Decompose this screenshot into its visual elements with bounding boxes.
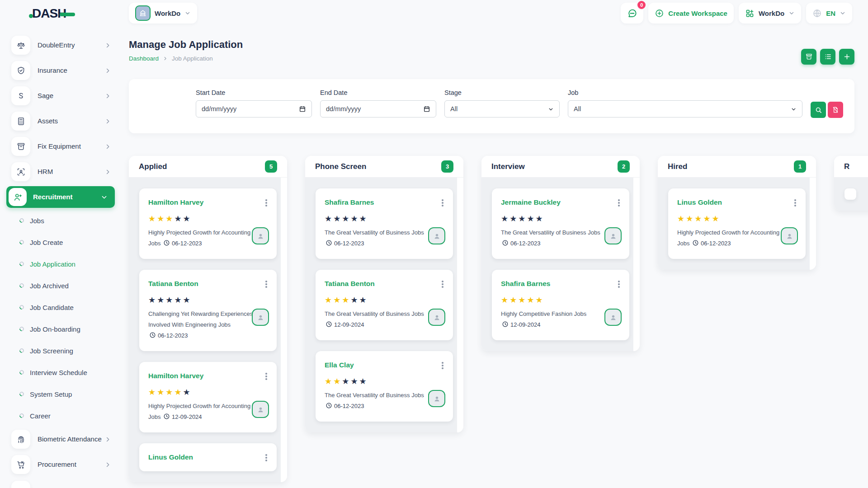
applicant-name-link[interactable]: Linus Golden: [677, 198, 722, 206]
sidebar-item-biometric-attendance[interactable]: Biometric Attendance: [0, 427, 122, 452]
applicant-card[interactable]: Tatiana Benton★★★★★The Great Versatility…: [316, 270, 453, 340]
add-button[interactable]: [839, 49, 854, 65]
applicant-card[interactable]: Jermaine Buckley★★★★★The Great Versatili…: [492, 188, 629, 259]
column-count-badge: 3: [441, 160, 453, 173]
sidebar-subitem-label: Job Application: [30, 260, 75, 268]
sidebar-subitem-system-setup[interactable]: System Setup: [0, 383, 122, 405]
create-workspace-button[interactable]: Create Workspace: [648, 3, 734, 23]
applied-date: 06-12-2023: [162, 240, 202, 247]
applicant-card[interactable]: Shafira Barnes★★★★★The Great Versatility…: [316, 188, 453, 259]
applicant-name-link[interactable]: Linus Golden: [148, 453, 193, 461]
applicant-card[interactable]: Hamilton Harvey★★★★★Highly Projected Gro…: [139, 188, 277, 259]
calendar-icon: [299, 105, 306, 113]
sidebar-item-procurement[interactable]: Procurement: [0, 452, 122, 477]
sidebar-subitem-jobs[interactable]: Jobs: [0, 210, 122, 231]
rating-stars: ★★★★★: [148, 295, 268, 305]
sidebar-item-recruitment-active[interactable]: Recruitment: [6, 186, 115, 208]
sidebar-item-hrm[interactable]: HRM: [0, 159, 122, 184]
sidebar-item-label: Biometric Attendance: [38, 435, 104, 444]
shopping-cart-icon: [16, 460, 26, 469]
kebab-menu-button[interactable]: [615, 279, 623, 290]
file-slash-icon: [832, 106, 839, 113]
sidebar-subitem-label: Job Archived: [30, 282, 69, 290]
job-select[interactable]: All: [568, 100, 802, 117]
kebab-menu-button[interactable]: [439, 197, 447, 208]
applicant-name-link[interactable]: Hamilton Harvey: [148, 372, 203, 380]
kebab-menu-button[interactable]: [262, 279, 270, 290]
sidebar-subitem-job-archived[interactable]: Job Archived: [0, 275, 122, 296]
sidebar-item-insurance[interactable]: Insurance: [0, 58, 122, 83]
column-header: R: [834, 156, 868, 178]
applicant-name-link[interactable]: Ella Clay: [325, 361, 354, 369]
applicant-name-link[interactable]: Tatiana Benton: [325, 280, 375, 288]
sidebar-item-label: Insurance: [38, 66, 104, 75]
column-card-list: Jermaine Buckley★★★★★The Great Versatili…: [481, 178, 640, 351]
applicant-card[interactable]: Hamilton Harvey★★★★★Highly Projected Gro…: [139, 362, 277, 432]
kebab-menu-button[interactable]: [262, 371, 270, 382]
sidebar-subitem-job-on-boarding[interactable]: Job On-boarding: [0, 318, 122, 340]
applied-date: 12-09-2024: [162, 413, 202, 420]
sidebar-item-fix-equipment[interactable]: Fix Equipment: [0, 134, 122, 159]
job-label: Job: [568, 89, 802, 96]
bullet-icon: [19, 413, 25, 419]
kebab-menu-button[interactable]: [439, 279, 447, 290]
list-view-button[interactable]: [820, 49, 835, 65]
applicant-name-link[interactable]: Shafira Barnes: [501, 280, 550, 288]
workspace-switcher[interactable]: WorkDo: [129, 3, 197, 23]
applicant-name-link[interactable]: Shafira Barnes: [325, 198, 374, 206]
applicant-name-link[interactable]: Hamilton Harvey: [148, 198, 203, 206]
chevron-down-icon: [788, 10, 795, 16]
kebab-menu-button[interactable]: [439, 360, 447, 371]
bullet-icon: [19, 217, 25, 224]
kebab-menu-button[interactable]: [262, 197, 270, 208]
applicant-name-link[interactable]: Tatiana Benton: [148, 280, 198, 288]
star-filled-icon: ★: [712, 214, 721, 223]
sidebar-subitem-job-application[interactable]: Job Application: [0, 253, 122, 275]
chevron-down-icon: [548, 106, 554, 112]
search-button[interactable]: [811, 102, 826, 118]
sidebar-subitem-label: Job Candidate: [30, 304, 74, 311]
breadcrumb-dashboard-link[interactable]: Dashboard: [129, 55, 159, 62]
chevron-right-icon: [104, 436, 111, 443]
workdo-menu-button[interactable]: WorkDo: [739, 3, 801, 23]
stage-select[interactable]: All: [444, 100, 560, 117]
messages-button[interactable]: 0: [621, 3, 643, 23]
sidebar-subitem-career[interactable]: Career: [0, 405, 122, 427]
applicant-card[interactable]: Tatiana Benton★★★★★Challenging Yet Rewar…: [139, 270, 277, 351]
person-icon: [609, 232, 618, 240]
clock-icon: [326, 239, 332, 246]
star-filled-icon: ★: [342, 296, 350, 305]
kebab-menu-button[interactable]: [791, 197, 799, 208]
language-selector[interactable]: EN: [806, 3, 852, 23]
star-empty-icon: ★: [359, 296, 368, 305]
star-filled-icon: ★: [703, 214, 712, 223]
kebab-menu-button[interactable]: [615, 197, 623, 208]
kebab-menu-button[interactable]: [262, 452, 270, 463]
sidebar-subitem-job-create[interactable]: Job Create: [0, 231, 122, 253]
topbar-actions: 0 Create Workspace WorkDo EN: [621, 3, 852, 23]
applicant-card[interactable]: Linus Golden: [139, 443, 277, 471]
clock-icon: [163, 413, 170, 420]
sidebar-item-assets[interactable]: Assets: [0, 108, 122, 134]
applicant-card[interactable]: Linus Golden★★★★★Highly Projected Growth…: [668, 188, 806, 259]
start-date-input[interactable]: dd/mm/yyyy: [196, 100, 312, 117]
archive-button[interactable]: [801, 49, 816, 65]
person-icon: [433, 232, 441, 240]
sidebar-item-sage[interactable]: Sage: [0, 83, 122, 108]
star-empty-icon: ★: [183, 214, 192, 223]
reset-filter-button[interactable]: [828, 102, 843, 118]
star-empty-icon: ★: [183, 296, 192, 305]
date-text: 06-12-2023: [334, 240, 364, 247]
end-date-input[interactable]: dd/mm/yyyy: [320, 100, 436, 117]
applicant-name-link[interactable]: Jermaine Buckley: [501, 198, 561, 206]
column-title: Applied: [139, 162, 167, 171]
star-filled-icon: ★: [157, 388, 165, 397]
dash-logo: DASH: [29, 6, 75, 21]
sidebar-subitem-job-candidate[interactable]: Job Candidate: [0, 296, 122, 318]
applicant-card[interactable]: Shafira Barnes★★★★★Highly Competitive Fa…: [492, 270, 629, 340]
applicant-card[interactable]: Ella Clay★★★★★The Great Versatility of B…: [316, 351, 453, 422]
sidebar-subitem-job-screening[interactable]: Job Screening: [0, 340, 122, 361]
sidebar-item-doubleentry[interactable]: DoubleEntry: [0, 33, 122, 58]
sidebar-item-label: Procurement: [38, 460, 104, 469]
sidebar-subitem-interview-schedule[interactable]: Interview Schedule: [0, 361, 122, 383]
